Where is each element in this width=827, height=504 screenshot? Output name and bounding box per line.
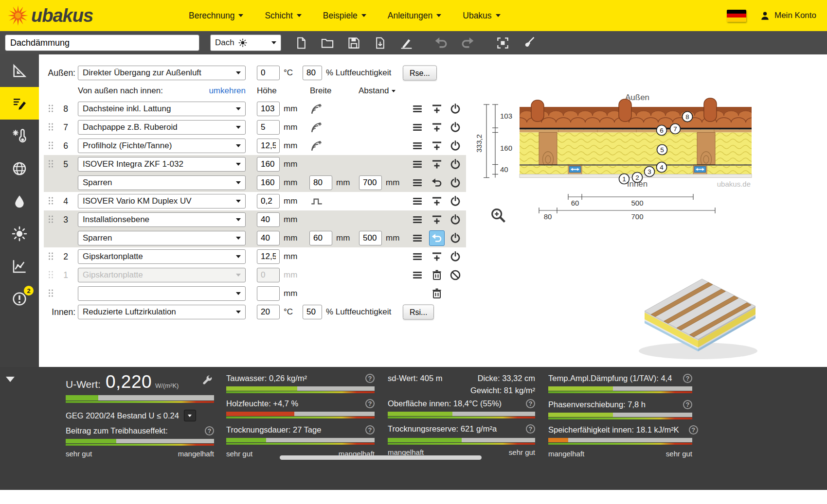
sidebar-item-temperature[interactable]	[0, 120, 39, 152]
nav-beispiele[interactable]: Beispiele	[323, 11, 366, 21]
help-icon[interactable]	[526, 424, 535, 434]
layer-material-select[interactable]: Dachpappe z.B. Ruberoid	[78, 120, 246, 135]
open-project-button[interactable]	[316, 33, 339, 52]
subrow-undo-button[interactable]	[429, 175, 445, 191]
layer-height-input[interactable]	[257, 157, 280, 172]
subrow-material-select[interactable]: Sparren	[78, 175, 246, 190]
layer-menu-button[interactable]	[410, 156, 425, 172]
component-type-select[interactable]: Dach	[210, 35, 281, 51]
help-icon[interactable]	[526, 399, 535, 408]
new-layer-material-select[interactable]	[78, 286, 246, 301]
layer-add-button[interactable]	[429, 138, 445, 154]
layer-menu-button[interactable]	[410, 138, 425, 154]
outside-temp-input[interactable]	[257, 66, 280, 80]
layer-material-select[interactable]: ISOVER Vario KM Duplex UV	[78, 194, 246, 209]
inside-humidity-input[interactable]	[303, 305, 322, 319]
outside-humidity-input[interactable]	[303, 66, 322, 80]
drag-handle[interactable]	[49, 216, 54, 224]
sidebar-item-charts[interactable]	[0, 250, 39, 282]
subrow-spacing-input[interactable]	[359, 231, 382, 245]
redo-button[interactable]	[456, 33, 479, 52]
layer-menu-button[interactable]	[410, 267, 425, 283]
layer-material-select[interactable]: ISOVER Integra ZKF 1-032	[78, 157, 246, 172]
layer-material-select[interactable]: Installationsebene	[78, 212, 246, 227]
layer-toggle-button[interactable]	[448, 175, 463, 191]
wood-material-icon[interactable]	[310, 121, 323, 134]
subrow-width-input[interactable]	[309, 175, 332, 190]
subrow-height-input[interactable]	[257, 231, 280, 245]
layer-toggle-button[interactable]	[448, 156, 463, 172]
layer-add-button[interactable]	[429, 193, 445, 209]
zoom-diagram-button[interactable]	[489, 207, 507, 225]
export-pdf-button[interactable]	[369, 33, 391, 52]
layer-menu-button[interactable]	[410, 120, 425, 135]
layer-material-select[interactable]: Gipskartonplatte	[78, 249, 246, 264]
new-layer-height-input[interactable]	[257, 286, 280, 301]
ubakus-logo[interactable]: ubakus	[7, 4, 93, 27]
outside-condition-select[interactable]: Direkter Übergang zur Außenluft	[78, 66, 246, 80]
clear-canvas-button[interactable]	[518, 33, 540, 52]
drag-handle[interactable]	[49, 253, 54, 261]
help-icon[interactable]	[683, 400, 692, 409]
layer-menu-button[interactable]	[410, 101, 425, 117]
layer-height-input[interactable]	[257, 212, 280, 227]
drag-handle[interactable]	[49, 160, 54, 169]
annotate-button[interactable]	[395, 33, 417, 52]
help-icon[interactable]	[365, 374, 375, 383]
layer-toggle-button[interactable]	[448, 193, 463, 209]
layer-toggle-button[interactable]	[448, 138, 463, 154]
layer-add-button[interactable]	[429, 120, 445, 135]
drag-handle[interactable]	[49, 290, 54, 298]
layer-menu-button[interactable]	[410, 212, 425, 227]
help-icon[interactable]	[205, 426, 214, 435]
layer-menu-button[interactable]	[410, 249, 425, 264]
membrane-material-icon[interactable]	[310, 195, 323, 208]
sidebar-item-layer-editor[interactable]	[0, 87, 39, 120]
drag-handle[interactable]	[49, 197, 54, 206]
layer-height-input[interactable]	[257, 139, 280, 153]
layer-height-input[interactable]	[257, 102, 280, 116]
layer-height-input[interactable]	[257, 194, 280, 209]
layer-menu-button[interactable]	[410, 230, 425, 246]
subrow-height-input[interactable]	[257, 175, 280, 190]
layer-toggle-button[interactable]	[448, 212, 463, 227]
help-icon[interactable]	[683, 374, 692, 383]
fullscreen-button[interactable]	[491, 33, 514, 52]
sidebar-item-ecology[interactable]	[0, 152, 39, 185]
layer-menu-button[interactable]	[410, 193, 425, 209]
wood-material-icon[interactable]	[310, 103, 323, 115]
reverse-order-link[interactable]: umkehren	[207, 86, 246, 96]
nav-anleitungen[interactable]: Anleitungen	[388, 11, 441, 21]
undo-button[interactable]	[430, 33, 452, 52]
layer-material-select[interactable]: Profilholz (Fichte/Tanne)	[78, 139, 246, 153]
layer-add-button[interactable]	[429, 101, 445, 117]
help-icon[interactable]	[365, 425, 375, 434]
account-button[interactable]: Mein Konto	[760, 11, 816, 21]
layer-height-input[interactable]	[257, 120, 280, 135]
layer-height-input[interactable]	[257, 249, 280, 264]
project-name-input[interactable]	[5, 35, 199, 51]
layer-material-select[interactable]: Dachsteine inkl. Lattung	[78, 102, 246, 116]
new-document-button[interactable]	[290, 33, 312, 52]
german-flag-icon[interactable]	[727, 10, 746, 22]
help-icon[interactable]	[689, 425, 698, 434]
subrow-width-input[interactable]	[309, 231, 332, 245]
help-icon[interactable]	[365, 399, 375, 408]
layer-toggle-button[interactable]	[448, 230, 463, 246]
layer-toggle-button[interactable]	[448, 101, 463, 117]
column-spacing-label[interactable]: Abstand	[359, 86, 396, 96]
subrow-material-select[interactable]: Sparren	[78, 231, 246, 245]
inside-temp-input[interactable]	[257, 305, 280, 319]
layer-toggle-button[interactable]	[448, 120, 463, 135]
layer-toggle-button[interactable]	[448, 249, 463, 264]
drag-handle[interactable]	[49, 123, 54, 132]
horizontal-scrollbar[interactable]	[280, 455, 482, 460]
rse-button[interactable]: Rse...	[403, 66, 437, 81]
sidebar-item-geometry[interactable]	[0, 54, 39, 87]
save-button[interactable]	[342, 33, 365, 52]
layer-delete-button[interactable]	[429, 286, 445, 301]
layer-excluded-button[interactable]	[448, 267, 463, 283]
layer-add-button[interactable]	[429, 212, 445, 227]
drag-handle[interactable]	[49, 142, 54, 150]
nav-ubakus[interactable]: Ubakus	[463, 11, 500, 21]
